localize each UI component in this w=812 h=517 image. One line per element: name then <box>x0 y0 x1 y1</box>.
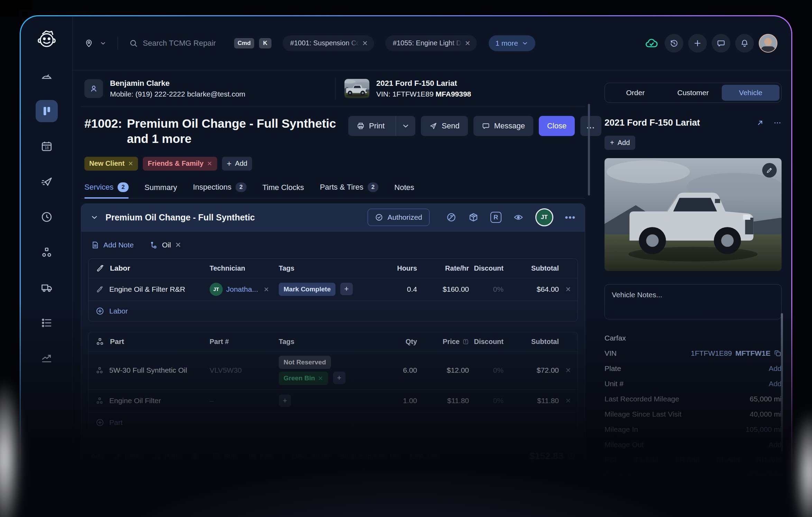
add-plate-link[interactable]: Add <box>769 364 782 373</box>
tag-friends-family[interactable]: Friends & Family ✕ <box>143 157 217 171</box>
service-category-tag[interactable]: Oil ✕ <box>149 241 181 250</box>
print-button[interactable]: Print <box>348 116 415 136</box>
tab-summary[interactable]: Summary <box>145 183 177 198</box>
part-discount[interactable]: 0% <box>469 366 504 374</box>
sidebar-item-time-clocks[interactable] <box>36 206 58 228</box>
part-icon <box>95 397 104 405</box>
close-order-button[interactable]: Close <box>539 116 575 136</box>
service-more-button[interactable]: ••• <box>565 212 576 222</box>
remove-tag-icon[interactable]: ✕ <box>207 160 212 167</box>
slash-circle-icon[interactable] <box>446 212 456 223</box>
messages-button[interactable] <box>712 34 730 53</box>
part-row[interactable]: 5W-30 Full Synthetic Oil VLV5W30 Not Res… <box>89 352 578 390</box>
add-tag-button[interactable]: + Add <box>222 157 252 171</box>
info-icon[interactable] <box>462 338 469 345</box>
copy-icon[interactable] <box>774 350 782 357</box>
open-order-tab-1055[interactable]: #1055: Engine Light Diag ✕ <box>385 35 477 51</box>
add-part-tag-button[interactable]: + <box>333 372 345 384</box>
remove-technician-icon[interactable]: ✕ <box>264 285 269 293</box>
vin-label: VIN: <box>376 90 390 98</box>
tab-parts-tires[interactable]: Parts & Tires 2 <box>320 182 378 198</box>
tag-new-client[interactable]: New Client ✕ <box>84 157 138 171</box>
vehicle-summary[interactable]: 2021 Ford F-150 Lariat VIN: 1FTFW1E89 MF… <box>344 79 471 98</box>
detail-row-carfax[interactable]: Carfax <box>605 330 782 346</box>
notifications-button[interactable] <box>735 34 754 53</box>
part-price[interactable]: $11.80 <box>417 397 469 405</box>
sidebar-item-lists[interactable] <box>36 312 58 334</box>
part-price[interactable]: $12.00 <box>417 366 469 374</box>
collapse-chevron-icon[interactable] <box>90 213 99 221</box>
search-input[interactable] <box>143 39 229 48</box>
tag-not-reserved[interactable]: Not Reserved <box>279 356 331 369</box>
part-qty[interactable]: 1.00 <box>382 397 417 405</box>
tab-inspections[interactable]: Inspections 2 <box>193 182 247 198</box>
labor-technician-cell[interactable]: JT Jonatha... ✕ <box>210 283 279 296</box>
history-button[interactable] <box>665 34 683 53</box>
close-icon[interactable]: ✕ <box>465 39 471 47</box>
add-labor-tag-button[interactable]: + <box>340 283 353 295</box>
part-qty[interactable]: 6.00 <box>382 366 417 374</box>
labor-rate[interactable]: $160.00 <box>417 285 469 293</box>
delete-part-row-icon[interactable]: ✕ <box>559 366 578 374</box>
tab-services[interactable]: Services 2 <box>84 182 129 198</box>
tab-notes[interactable]: Notes <box>394 183 414 198</box>
panel-tab-vehicle[interactable]: Vehicle <box>722 85 779 101</box>
part-number[interactable]: – <box>210 397 279 405</box>
tag-label: Friends & Family <box>148 160 203 167</box>
tab-time-clocks[interactable]: Time Clocks <box>262 183 304 198</box>
panel-tab-order[interactable]: Order <box>607 85 664 101</box>
package-icon[interactable] <box>468 212 479 223</box>
authorized-button[interactable]: Authorized <box>368 209 429 226</box>
remove-tag-icon[interactable]: ✕ <box>128 160 133 167</box>
add-part-tag-button[interactable]: + <box>279 394 291 407</box>
main-scrollbar[interactable] <box>588 104 590 196</box>
tag-mark-complete[interactable]: Mark Complete <box>279 283 335 296</box>
message-button[interactable]: Message <box>473 116 533 136</box>
sidebar-item-dashboard[interactable] <box>36 65 58 87</box>
open-order-tab-1001[interactable]: #1001: Suspension Cont ✕ <box>283 35 374 51</box>
plus-icon: + <box>227 160 232 168</box>
remove-tag-icon[interactable]: ✕ <box>318 374 323 382</box>
add-labor-button[interactable]: Labor <box>89 301 578 321</box>
print-options-dropdown[interactable] <box>396 116 415 136</box>
technician-avatar[interactable]: JT <box>535 208 553 226</box>
chevron-down-icon[interactable] <box>100 40 107 47</box>
customer-summary[interactable]: Benjamin Clarke Mobile: (919) 222-2222 b… <box>84 79 335 98</box>
recommended-badge-icon[interactable]: R <box>490 212 501 223</box>
part-discount[interactable]: 0% <box>469 397 504 405</box>
add-button[interactable] <box>688 34 707 53</box>
edit-photo-button[interactable] <box>762 163 777 178</box>
labor-table: Labor Technician Tags Hours Rate/hr Disc… <box>88 258 578 321</box>
tag-green-bin[interactable]: Green Bin ✕ <box>279 372 328 385</box>
panel-more-icon[interactable] <box>773 119 782 127</box>
eye-icon[interactable] <box>513 212 524 223</box>
cloud-synced-icon[interactable] <box>645 36 658 50</box>
vehicle-notes-input[interactable] <box>605 284 782 319</box>
sidebar-item-messages[interactable] <box>36 171 58 193</box>
part-row[interactable]: Engine Oil Filter – + 1.00 $11.80 0% $11… <box>89 390 578 412</box>
search-icon <box>129 39 138 48</box>
open-external-icon[interactable] <box>756 119 764 127</box>
sidebar-item-calendar[interactable]: 18 <box>36 135 58 157</box>
more-tabs-button[interactable]: 1 more <box>489 35 535 51</box>
add-unit-link[interactable]: Add <box>769 380 782 388</box>
close-icon[interactable]: ✕ <box>362 39 368 47</box>
sidebar-item-reports[interactable] <box>36 347 58 369</box>
delete-labor-row-icon[interactable]: ✕ <box>559 285 578 293</box>
labor-row[interactable]: Engine Oil & Filter R&R JT Jonatha... ✕ … <box>89 278 578 301</box>
user-avatar[interactable] <box>759 34 777 53</box>
send-button[interactable]: Send <box>421 116 468 136</box>
panel-add-button[interactable]: + Add <box>605 136 635 150</box>
add-note-button[interactable]: Add Note <box>91 241 134 249</box>
remove-category-icon[interactable]: ✕ <box>175 241 181 249</box>
panel-tab-customer[interactable]: Customer <box>664 85 722 101</box>
sidebar-item-parts[interactable] <box>36 241 58 263</box>
labor-discount[interactable]: 0% <box>469 285 504 293</box>
sidebar-item-workflow[interactable] <box>36 100 58 122</box>
part-number[interactable]: VLV5W30 <box>210 366 279 374</box>
labor-hours[interactable]: 0.4 <box>382 285 417 293</box>
shopmonkey-logo-icon[interactable] <box>36 29 57 50</box>
location-pin-icon[interactable] <box>84 39 93 48</box>
sidebar-item-purchasing[interactable] <box>36 276 58 299</box>
delete-part-row-icon[interactable]: ✕ <box>559 397 578 405</box>
